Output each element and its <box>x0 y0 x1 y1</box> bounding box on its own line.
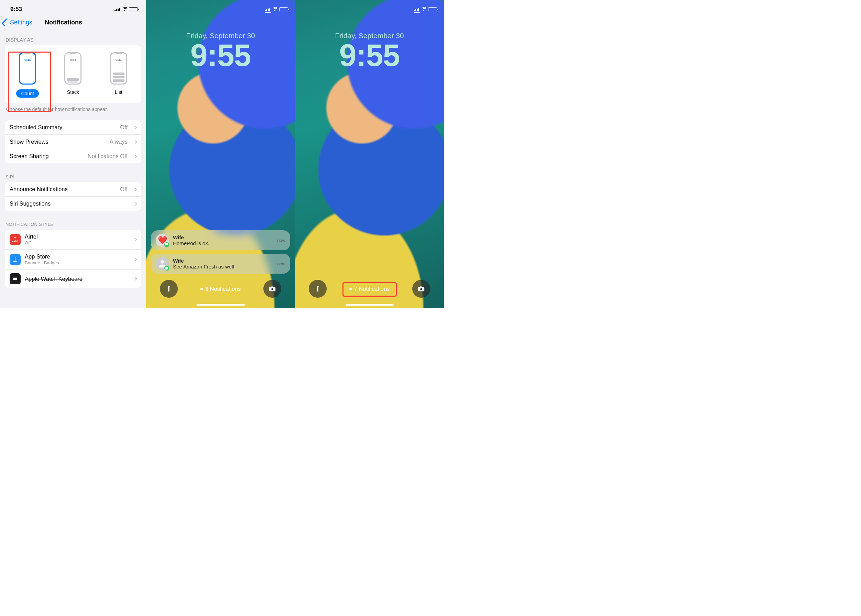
back-chevron-icon[interactable] <box>2 18 10 27</box>
chevron-right-icon <box>133 126 137 129</box>
wifi-icon <box>421 7 427 11</box>
appstore-app-icon <box>9 254 20 265</box>
style-apps-card: ⌃airtel Airtel Off App Store Banners, Ba… <box>5 229 141 288</box>
status-indicators <box>265 7 288 11</box>
chevron-right-icon <box>133 202 137 206</box>
chevron-right-icon <box>133 187 137 191</box>
notification-card[interactable]: Wife See Amazon Fresh as well now <box>151 254 290 273</box>
notification-body: See Amazon Fresh as well <box>173 264 273 269</box>
flashlight-button[interactable] <box>160 280 178 298</box>
wifi-icon <box>272 7 277 11</box>
chevron-right-icon <box>133 237 137 241</box>
lock-date: Friday, September 30 <box>146 17 295 40</box>
status-time: 9:53 <box>10 6 22 13</box>
lockscreen-bottom-bar: 3 Notifications <box>146 280 295 298</box>
airtel-app-icon: ⌃airtel <box>9 234 20 245</box>
highlight-annotation <box>8 52 51 112</box>
general-settings-card: Scheduled Summary Off Show Previews Alwa… <box>5 120 141 163</box>
chevron-right-icon <box>133 277 137 281</box>
notification-stack[interactable]: ❤️ Wife HomePod is ok. now Wife See Amaz… <box>151 230 290 273</box>
chevron-right-icon <box>133 140 137 144</box>
keyboard-app-icon <box>9 273 20 284</box>
notification-title: Wife <box>173 234 273 240</box>
lock-time: 9:55 <box>146 40 295 71</box>
notification-body: HomePod is ok. <box>173 240 273 246</box>
app-row-appstore[interactable]: App Store Banners, Badges <box>5 250 141 269</box>
cellular-icon <box>414 7 420 11</box>
back-button[interactable]: Settings <box>10 19 32 26</box>
notification-count-pill[interactable]: 3 Notifications <box>200 286 241 292</box>
highlight-annotation <box>343 282 397 297</box>
lock-date: Friday, September 30 <box>295 17 444 40</box>
notification-title: Wife <box>173 258 273 264</box>
dot-icon <box>200 288 203 290</box>
row-show-previews[interactable]: Show Previews Always <box>5 135 141 149</box>
notification-time: now <box>277 261 285 266</box>
row-screen-sharing[interactable]: Screen Sharing Notifications Off <box>5 149 141 163</box>
whatsapp-badge-icon <box>164 266 170 271</box>
row-scheduled-summary[interactable]: Scheduled Summary Off <box>5 120 141 135</box>
battery-icon <box>428 7 437 11</box>
page-title: Notifications <box>45 19 82 26</box>
home-indicator[interactable] <box>346 304 394 306</box>
status-indicators <box>414 7 438 11</box>
cellular-icon <box>265 7 271 11</box>
row-siri-suggestions[interactable]: Siri Suggestions <box>5 196 141 211</box>
status-indicators <box>115 7 138 11</box>
lockscreen-stack-panel: Jio Friday, September 30 9:55 ❤️ Wife Ho… <box>146 0 295 308</box>
lockscreen-count-panel: Jio Friday, September 30 9:55 7 Notifica… <box>295 0 444 308</box>
app-row-apple-watch-keyboard[interactable]: Apple Watch Keyboard <box>5 269 141 288</box>
messages-badge-icon <box>164 242 170 247</box>
siri-card: Announce Notifications Off Siri Suggesti… <box>5 182 141 211</box>
battery-icon <box>279 7 288 11</box>
display-option-list[interactable]: 9:41 List <box>96 46 141 103</box>
lock-time: 9:55 <box>295 40 444 71</box>
camera-button[interactable] <box>263 280 281 298</box>
chevron-right-icon <box>133 258 137 261</box>
display-option-stack[interactable]: 9:41 Stack <box>50 46 96 103</box>
svg-point-2 <box>271 288 273 290</box>
notification-card[interactable]: ❤️ Wife HomePod is ok. now <box>151 230 290 250</box>
home-indicator[interactable] <box>197 304 245 306</box>
status-bar: 9:53 <box>0 0 146 17</box>
svg-point-1 <box>161 260 164 264</box>
nav-header: Settings Notifications <box>0 17 146 30</box>
section-siri-label: SIRI <box>0 163 146 182</box>
cellular-icon <box>115 7 120 11</box>
chevron-right-icon <box>133 154 137 158</box>
section-display-as-label: DISPLAY AS <box>0 30 146 46</box>
contact-avatar <box>156 257 169 270</box>
section-style-label: NOTIFICATION STYLE <box>0 211 146 229</box>
app-row-airtel[interactable]: ⌃airtel Airtel Off <box>5 229 141 250</box>
camera-button[interactable] <box>412 280 430 298</box>
settings-notifications-panel: 9:53 Settings Notifications DISPLAY AS 9… <box>0 0 146 308</box>
row-announce-notifications[interactable]: Announce Notifications Off <box>5 182 141 196</box>
flashlight-button[interactable] <box>309 280 327 298</box>
battery-icon <box>129 7 138 11</box>
svg-rect-0 <box>13 278 17 280</box>
wifi-icon <box>122 7 127 11</box>
contact-avatar: ❤️ <box>156 234 169 247</box>
notification-time: now <box>277 238 285 243</box>
svg-point-3 <box>420 288 422 290</box>
